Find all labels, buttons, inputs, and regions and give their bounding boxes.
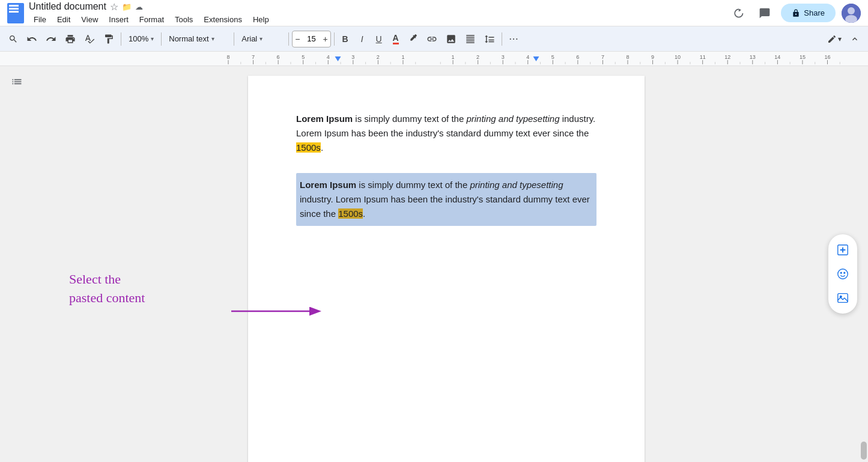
separator-6 xyxy=(502,32,502,46)
text-color-button[interactable]: A xyxy=(388,30,404,48)
title-section: Untitled document ☆ 📁 ☁ File Edit View I… xyxy=(29,1,728,25)
svg-text:4: 4 xyxy=(327,54,330,60)
main-area: Lorem Ipsum is simply dummy text of the … xyxy=(0,66,868,462)
undo-button[interactable] xyxy=(23,30,41,48)
menu-help[interactable]: Help xyxy=(248,14,274,25)
scroll-thumb[interactable] xyxy=(861,442,867,460)
svg-text:7: 7 xyxy=(601,54,604,60)
add-action-button[interactable] xyxy=(832,239,854,261)
menu-insert[interactable]: Insert xyxy=(104,14,133,25)
bold-label: B xyxy=(342,34,348,44)
bold-button[interactable]: B xyxy=(338,30,353,48)
menu-bar: File Edit View Insert Format Tools Exten… xyxy=(29,14,728,25)
separator-5 xyxy=(334,32,335,46)
svg-rect-85 xyxy=(838,294,848,303)
page-container[interactable]: Lorem Ipsum is simply dummy text of the … xyxy=(33,66,860,462)
image-action-button[interactable] xyxy=(832,287,854,309)
align-button[interactable] xyxy=(461,30,479,48)
font-arrow-icon: ▾ xyxy=(259,35,263,42)
zoom-dropdown[interactable]: 100% ▾ xyxy=(124,30,158,48)
svg-text:5: 5 xyxy=(551,54,554,60)
menu-format[interactable]: Format xyxy=(135,14,169,25)
paint-format-button[interactable] xyxy=(100,30,118,48)
docs-logo-icon xyxy=(7,3,24,23)
menu-view[interactable]: View xyxy=(76,14,103,25)
star-icon[interactable]: ☆ xyxy=(110,1,118,13)
line-spacing-button[interactable] xyxy=(481,30,499,48)
svg-text:3: 3 xyxy=(351,54,354,60)
insert-image-button[interactable] xyxy=(442,30,460,48)
menu-edit[interactable]: Edit xyxy=(52,14,75,25)
right-controls: Share xyxy=(728,3,861,23)
history-button[interactable] xyxy=(728,3,748,23)
more-options-button[interactable]: ⋯ xyxy=(505,30,523,48)
separator-3 xyxy=(234,32,234,46)
svg-text:5: 5 xyxy=(302,54,305,60)
second-para-end: . xyxy=(363,208,365,219)
svg-text:12: 12 xyxy=(724,54,730,60)
svg-text:11: 11 xyxy=(700,54,706,60)
ruler-ticks: 8765432112345678910111213141516 xyxy=(0,52,868,64)
first-para-end: . xyxy=(321,142,323,153)
underline-button[interactable]: U xyxy=(371,30,387,48)
second-para-italic: printing and typesetting xyxy=(470,180,563,190)
title-bar: Untitled document ☆ 📁 ☁ File Edit View I… xyxy=(0,0,868,26)
svg-text:13: 13 xyxy=(750,54,756,60)
font-size-increase-button[interactable]: + xyxy=(320,31,330,47)
svg-marker-0 xyxy=(739,8,741,11)
share-label: Share xyxy=(804,8,825,17)
italic-button[interactable]: I xyxy=(354,30,370,48)
second-para-highlight: 1500s xyxy=(338,208,363,219)
svg-text:4: 4 xyxy=(526,54,529,60)
link-button[interactable] xyxy=(423,30,441,48)
annotation-line2: pasted content xyxy=(69,289,145,308)
share-button[interactable]: Share xyxy=(781,4,836,22)
style-dropdown[interactable]: Normal text ▾ xyxy=(165,30,231,48)
italic-label: I xyxy=(361,34,363,44)
avatar[interactable] xyxy=(842,4,861,23)
svg-text:8: 8 xyxy=(226,54,229,60)
font-dropdown[interactable]: Arial ▾ xyxy=(237,30,285,48)
document-page: Lorem Ipsum is simply dummy text of the … xyxy=(248,76,645,462)
menu-file[interactable]: File xyxy=(29,14,51,25)
search-button[interactable] xyxy=(5,30,22,48)
second-para-bold: Lorem Ipsum xyxy=(300,180,356,190)
svg-text:3: 3 xyxy=(502,54,505,60)
font-size-decrease-button[interactable]: − xyxy=(293,31,302,47)
second-para-text1: is simply dummy text of the xyxy=(356,180,470,190)
outline-icon[interactable] xyxy=(11,76,23,91)
first-para-bold: Lorem Ipsum xyxy=(296,114,353,124)
emoji-action-button[interactable] xyxy=(832,263,854,285)
menu-extensions[interactable]: Extensions xyxy=(199,14,247,25)
style-label: Normal text xyxy=(169,34,208,43)
ruler-inner: 8765432112345678910111213141516 xyxy=(0,52,868,64)
separator-4 xyxy=(288,32,289,46)
svg-rect-4 xyxy=(0,52,868,64)
svg-text:8: 8 xyxy=(626,54,629,60)
selected-paragraph[interactable]: Lorem Ipsum is simply dummy text of the … xyxy=(296,173,596,226)
menu-tools[interactable]: Tools xyxy=(170,14,198,25)
doc-title[interactable]: Untitled document xyxy=(29,1,106,12)
font-size-input[interactable] xyxy=(302,34,320,43)
left-panel xyxy=(0,66,33,462)
scrollbar-area[interactable] xyxy=(860,66,868,462)
svg-text:10: 10 xyxy=(675,54,681,60)
first-para-highlight: 1500s xyxy=(296,142,321,153)
style-arrow-icon: ▾ xyxy=(211,35,214,42)
print-button[interactable] xyxy=(61,30,79,48)
doc-title-row: Untitled document ☆ 📁 ☁ xyxy=(29,1,728,13)
collapse-toolbar-button[interactable] xyxy=(846,30,863,48)
zoom-arrow-icon: ▾ xyxy=(151,35,154,42)
svg-text:16: 16 xyxy=(824,54,830,60)
folder-icon[interactable]: 📁 xyxy=(122,2,132,11)
comments-button[interactable] xyxy=(754,3,775,23)
svg-text:9: 9 xyxy=(651,54,654,60)
font-label: Arial xyxy=(241,34,257,43)
annotation-text: Select the pasted content xyxy=(69,270,145,308)
svg-text:14: 14 xyxy=(774,54,780,60)
underline-label: U xyxy=(376,34,382,44)
redo-button[interactable] xyxy=(42,30,60,48)
spellcheck-button[interactable] xyxy=(80,30,99,48)
editing-mode-button[interactable]: ▾ xyxy=(824,30,845,48)
highlight-button[interactable] xyxy=(405,30,422,48)
